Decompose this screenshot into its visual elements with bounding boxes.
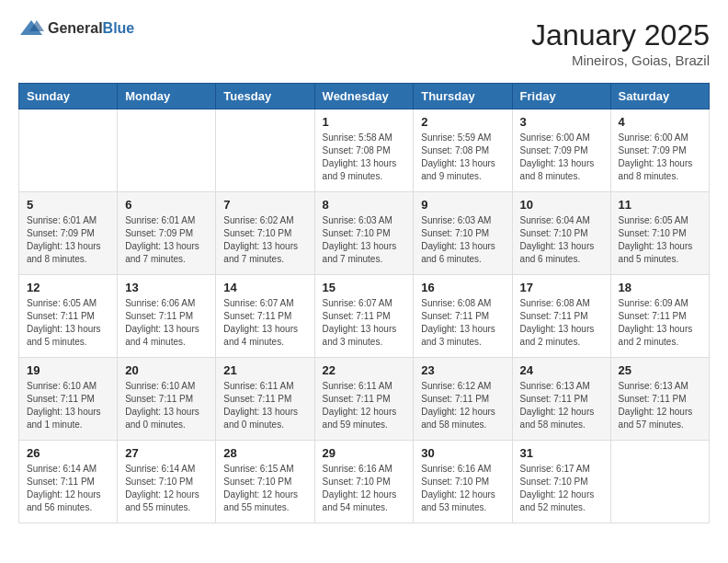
logo-blue: Blue <box>103 20 135 36</box>
day-info: Sunrise: 6:02 AM Sunset: 7:10 PM Dayligh… <box>223 214 306 266</box>
day-info: Sunrise: 6:13 AM Sunset: 7:11 PM Dayligh… <box>520 380 603 431</box>
calendar-cell: 18Sunrise: 6:09 AM Sunset: 7:11 PM Dayli… <box>610 275 709 358</box>
day-info: Sunrise: 6:05 AM Sunset: 7:11 PM Dayligh… <box>27 297 109 349</box>
weekday-header-friday: Friday <box>512 84 610 109</box>
day-info: Sunrise: 6:07 AM Sunset: 7:11 PM Dayligh… <box>323 297 406 349</box>
calendar-cell: 11Sunrise: 6:05 AM Sunset: 7:10 PM Dayli… <box>610 192 709 275</box>
calendar-week-3: 12Sunrise: 6:05 AM Sunset: 7:11 PM Dayli… <box>19 275 710 358</box>
day-number: 11 <box>619 198 701 212</box>
day-number: 16 <box>421 281 504 294</box>
day-number: 18 <box>619 281 701 294</box>
day-number: 23 <box>421 363 504 377</box>
day-number: 17 <box>520 281 603 294</box>
calendar-table: SundayMondayTuesdayWednesdayThursdayFrid… <box>18 83 710 523</box>
logo-icon <box>18 18 44 39</box>
day-info: Sunrise: 6:09 AM Sunset: 7:11 PM Dayligh… <box>619 297 701 349</box>
calendar-week-5: 26Sunrise: 6:14 AM Sunset: 7:11 PM Dayli… <box>19 441 710 523</box>
calendar-cell: 7Sunrise: 6:02 AM Sunset: 7:10 PM Daylig… <box>216 192 314 275</box>
day-number: 10 <box>520 198 603 212</box>
calendar-cell: 15Sunrise: 6:07 AM Sunset: 7:11 PM Dayli… <box>314 275 414 358</box>
day-info: Sunrise: 6:07 AM Sunset: 7:11 PM Dayligh… <box>223 297 306 349</box>
calendar-cell: 23Sunrise: 6:12 AM Sunset: 7:11 PM Dayli… <box>414 358 512 441</box>
day-number: 15 <box>323 281 406 294</box>
day-info: Sunrise: 6:14 AM Sunset: 7:11 PM Dayligh… <box>27 463 109 514</box>
day-info: Sunrise: 5:59 AM Sunset: 7:08 PM Dayligh… <box>421 132 504 183</box>
day-number: 12 <box>27 281 109 294</box>
day-number: 27 <box>125 446 208 460</box>
day-number: 20 <box>125 363 208 377</box>
day-number: 2 <box>421 115 504 129</box>
day-info: Sunrise: 6:14 AM Sunset: 7:10 PM Dayligh… <box>125 463 208 514</box>
day-info: Sunrise: 6:12 AM Sunset: 7:11 PM Dayligh… <box>421 380 504 431</box>
calendar-cell: 1Sunrise: 5:58 AM Sunset: 7:08 PM Daylig… <box>314 109 414 192</box>
weekday-header-thursday: Thursday <box>414 84 512 109</box>
day-info: Sunrise: 6:01 AM Sunset: 7:09 PM Dayligh… <box>27 214 109 266</box>
day-info: Sunrise: 5:58 AM Sunset: 7:08 PM Dayligh… <box>323 132 406 183</box>
day-number: 22 <box>323 363 406 377</box>
calendar-cell: 13Sunrise: 6:06 AM Sunset: 7:11 PM Dayli… <box>118 275 216 358</box>
calendar-cell: 9Sunrise: 6:03 AM Sunset: 7:10 PM Daylig… <box>414 192 512 275</box>
day-number: 19 <box>27 363 109 377</box>
day-info: Sunrise: 6:16 AM Sunset: 7:10 PM Dayligh… <box>421 463 504 514</box>
day-number: 31 <box>520 446 603 460</box>
day-number: 30 <box>421 446 504 460</box>
day-info: Sunrise: 6:10 AM Sunset: 7:11 PM Dayligh… <box>125 380 208 431</box>
day-info: Sunrise: 6:11 AM Sunset: 7:11 PM Dayligh… <box>223 380 306 431</box>
day-number: 6 <box>125 198 208 212</box>
calendar-cell: 30Sunrise: 6:16 AM Sunset: 7:10 PM Dayli… <box>414 441 512 523</box>
calendar-cell <box>118 109 216 192</box>
day-info: Sunrise: 6:03 AM Sunset: 7:10 PM Dayligh… <box>421 214 504 266</box>
calendar-cell: 14Sunrise: 6:07 AM Sunset: 7:11 PM Dayli… <box>216 275 314 358</box>
day-info: Sunrise: 6:08 AM Sunset: 7:11 PM Dayligh… <box>520 297 603 349</box>
calendar-cell: 21Sunrise: 6:11 AM Sunset: 7:11 PM Dayli… <box>216 358 314 441</box>
calendar-week-1: 1Sunrise: 5:58 AM Sunset: 7:08 PM Daylig… <box>19 109 710 192</box>
calendar-cell: 28Sunrise: 6:15 AM Sunset: 7:10 PM Dayli… <box>216 441 314 523</box>
day-number: 5 <box>27 198 109 212</box>
calendar-cell: 6Sunrise: 6:01 AM Sunset: 7:09 PM Daylig… <box>118 192 216 275</box>
calendar-cell: 22Sunrise: 6:11 AM Sunset: 7:11 PM Dayli… <box>314 358 414 441</box>
weekday-header-saturday: Saturday <box>610 84 709 109</box>
day-info: Sunrise: 6:11 AM Sunset: 7:11 PM Dayligh… <box>323 380 406 431</box>
logo: GeneralBlue <box>18 18 134 39</box>
weekday-header-sunday: Sunday <box>19 84 118 109</box>
day-number: 26 <box>27 446 109 460</box>
day-info: Sunrise: 6:00 AM Sunset: 7:09 PM Dayligh… <box>619 132 701 183</box>
calendar-cell: 24Sunrise: 6:13 AM Sunset: 7:11 PM Dayli… <box>512 358 610 441</box>
calendar-cell: 25Sunrise: 6:13 AM Sunset: 7:11 PM Dayli… <box>610 358 709 441</box>
weekday-header-monday: Monday <box>118 84 216 109</box>
day-number: 25 <box>619 363 701 377</box>
calendar-cell: 26Sunrise: 6:14 AM Sunset: 7:11 PM Dayli… <box>19 441 118 523</box>
calendar-cell: 29Sunrise: 6:16 AM Sunset: 7:10 PM Dayli… <box>314 441 414 523</box>
calendar-week-2: 5Sunrise: 6:01 AM Sunset: 7:09 PM Daylig… <box>19 192 710 275</box>
day-info: Sunrise: 6:13 AM Sunset: 7:11 PM Dayligh… <box>619 380 701 431</box>
calendar-cell: 16Sunrise: 6:08 AM Sunset: 7:11 PM Dayli… <box>414 275 512 358</box>
weekday-header-tuesday: Tuesday <box>216 84 314 109</box>
calendar-location: Mineiros, Goias, Brazil <box>531 52 710 68</box>
day-info: Sunrise: 6:15 AM Sunset: 7:10 PM Dayligh… <box>223 463 306 514</box>
calendar-cell: 31Sunrise: 6:17 AM Sunset: 7:10 PM Dayli… <box>512 441 610 523</box>
day-info: Sunrise: 6:08 AM Sunset: 7:11 PM Dayligh… <box>421 297 504 349</box>
weekday-header-wednesday: Wednesday <box>314 84 414 109</box>
day-info: Sunrise: 6:10 AM Sunset: 7:11 PM Dayligh… <box>27 380 109 431</box>
day-info: Sunrise: 6:03 AM Sunset: 7:10 PM Dayligh… <box>323 214 406 266</box>
calendar-week-4: 19Sunrise: 6:10 AM Sunset: 7:11 PM Dayli… <box>19 358 710 441</box>
day-number: 3 <box>520 115 603 129</box>
calendar-title: January 2025 <box>531 18 710 52</box>
page-header: GeneralBlue January 2025 Mineiros, Goias… <box>18 18 710 68</box>
title-block: January 2025 Mineiros, Goias, Brazil <box>531 18 710 68</box>
day-info: Sunrise: 6:00 AM Sunset: 7:09 PM Dayligh… <box>520 132 603 183</box>
day-number: 1 <box>323 115 406 129</box>
day-number: 8 <box>323 198 406 212</box>
calendar-cell: 10Sunrise: 6:04 AM Sunset: 7:10 PM Dayli… <box>512 192 610 275</box>
day-info: Sunrise: 6:16 AM Sunset: 7:10 PM Dayligh… <box>323 463 406 514</box>
calendar-cell <box>216 109 314 192</box>
calendar-cell <box>610 441 709 523</box>
day-number: 28 <box>223 446 306 460</box>
day-number: 7 <box>223 198 306 212</box>
calendar-cell: 8Sunrise: 6:03 AM Sunset: 7:10 PM Daylig… <box>314 192 414 275</box>
day-number: 24 <box>520 363 603 377</box>
day-info: Sunrise: 6:04 AM Sunset: 7:10 PM Dayligh… <box>520 214 603 266</box>
calendar-cell: 4Sunrise: 6:00 AM Sunset: 7:09 PM Daylig… <box>610 109 709 192</box>
day-info: Sunrise: 6:06 AM Sunset: 7:11 PM Dayligh… <box>125 297 208 349</box>
day-number: 29 <box>323 446 406 460</box>
